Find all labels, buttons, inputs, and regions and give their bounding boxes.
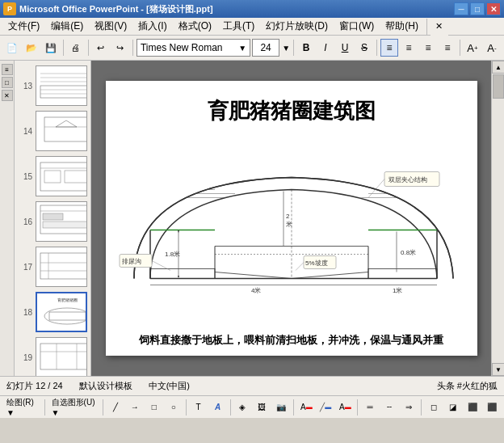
slide-num-15: 15 xyxy=(18,172,32,181)
minimize-button[interactable]: ─ xyxy=(454,2,468,15)
fill-color-tool[interactable]: A▬ xyxy=(297,399,315,416)
draw-menu-button[interactable]: 绘图(R) ▼ xyxy=(3,399,41,416)
align-left-draw[interactable]: ⬛ xyxy=(464,399,481,416)
panel-toggle-btn-2[interactable]: □ xyxy=(2,77,13,88)
menu-slideshow[interactable]: 幻灯片放映(D) xyxy=(261,18,333,35)
align-center-button[interactable]: ≡ xyxy=(400,39,418,57)
sep5 xyxy=(376,40,377,56)
wordart-tool[interactable]: A xyxy=(209,399,227,416)
status-language: 中文(中国) xyxy=(149,380,190,392)
insert-picture-tool[interactable]: 📷 xyxy=(272,399,290,416)
menu-tools[interactable]: 工具(T) xyxy=(218,18,259,35)
decrease-font-button[interactable]: A- xyxy=(483,39,501,57)
open-button[interactable]: 📂 xyxy=(23,39,40,57)
draw-sep2 xyxy=(103,399,103,416)
font-name-dropdown-icon[interactable]: ▼ xyxy=(238,44,246,53)
sep2 xyxy=(88,40,89,56)
menu-bar: 文件(F) 编辑(E) 视图(V) 插入(I) 格式(O) 工具(T) 幻灯片放… xyxy=(0,18,504,36)
panel-toggle-btn-1[interactable]: ≡ xyxy=(2,64,13,75)
title-bar-buttons[interactable]: ─ □ ✕ xyxy=(454,2,501,15)
menu-view[interactable]: 视图(V) xyxy=(90,18,132,35)
slide-thumb-16[interactable]: 16 xyxy=(16,200,89,243)
title-bar-text: Microsoft Office PowerPoint - [猪场设计图.ppt… xyxy=(19,3,213,15)
insert-diagram-tool[interactable]: ◈ xyxy=(233,399,251,416)
slide-num-14: 14 xyxy=(18,127,32,136)
3d-tool[interactable]: ◪ xyxy=(444,399,462,416)
align-right-draw[interactable]: ⬛ xyxy=(483,399,501,416)
font-size-value: 24 xyxy=(260,42,271,53)
thumb-svg-19 xyxy=(36,337,86,376)
svg-rect-19 xyxy=(43,213,63,220)
slide-thumb-17[interactable]: 17 xyxy=(16,245,89,289)
slide-thumb-14[interactable]: 14 xyxy=(16,109,89,153)
svg-text:1米: 1米 xyxy=(393,287,402,294)
redo-button[interactable]: ↪ xyxy=(111,39,129,57)
slide-img-16[interactable] xyxy=(36,201,87,242)
slide-thumb-19[interactable]: 19 xyxy=(16,335,89,376)
status-slide-info: 幻灯片 12 / 24 xyxy=(6,380,63,392)
maximize-button[interactable]: □ xyxy=(470,2,485,15)
slide-img-17[interactable] xyxy=(36,247,87,287)
draw-sep3 xyxy=(186,399,187,416)
clipart-tool[interactable]: 🖼 xyxy=(253,399,271,416)
close-button[interactable]: ✕ xyxy=(486,2,501,15)
print-button[interactable]: 🖨 xyxy=(67,39,85,57)
arrow-tool[interactable]: → xyxy=(126,399,144,416)
font-color-tool[interactable]: A▬ xyxy=(336,399,354,416)
font-size-box[interactable]: 24 xyxy=(252,39,279,57)
increase-font-button[interactable]: A+ xyxy=(464,39,481,57)
arrow-style-tool[interactable]: ⇒ xyxy=(400,399,418,416)
slide-img-18[interactable]: 育肥猪猪圈 xyxy=(36,292,87,332)
slide-img-19[interactable] xyxy=(36,337,87,376)
scroll-up-button[interactable]: ▲ xyxy=(492,61,504,74)
svg-rect-56 xyxy=(368,269,437,279)
menu-edit[interactable]: 编辑(E) xyxy=(46,18,88,35)
panel-toggle-btn-3[interactable]: ✕ xyxy=(2,90,13,101)
slide-num-19: 19 xyxy=(18,353,32,362)
bold-button[interactable]: B xyxy=(297,39,315,57)
slide-img-13[interactable] xyxy=(36,65,87,106)
menu-format[interactable]: 格式(O) xyxy=(174,18,216,35)
scroll-down-button[interactable]: ▼ xyxy=(492,363,504,376)
right-scrollbar: ▲ ▼ xyxy=(491,61,504,376)
slide-thumb-18[interactable]: 18 育肥猪猪圈 xyxy=(16,290,89,334)
italic-button[interactable]: I xyxy=(317,39,334,57)
slide-thumb-13[interactable]: 13 xyxy=(16,64,89,108)
dash-style-tool[interactable]: ╌ xyxy=(380,399,398,416)
shadow-tool[interactable]: ◻ xyxy=(425,399,443,416)
ellipse-tool[interactable]: ○ xyxy=(165,399,183,416)
menu-window[interactable]: 窗口(W) xyxy=(334,18,379,35)
scroll-thumb[interactable] xyxy=(493,74,504,99)
font-size-dropdown-icon[interactable]: ▼ xyxy=(282,44,290,53)
thumb-svg-18: 育肥猪猪圈 xyxy=(37,292,86,332)
slide-img-14[interactable] xyxy=(36,111,87,151)
align-left-button[interactable]: ≡ xyxy=(380,39,398,57)
justify-button[interactable]: ≡ xyxy=(439,39,456,57)
menu-help[interactable]: 帮助(H) xyxy=(380,18,423,35)
close-doc-button[interactable]: ✕ xyxy=(430,18,448,36)
slide-img-15[interactable] xyxy=(36,156,87,196)
underline-button[interactable]: U xyxy=(336,39,354,57)
draw-sep6 xyxy=(357,399,358,416)
textbox-tool[interactable]: T xyxy=(190,399,208,416)
line-color-tool[interactable]: ╱▬ xyxy=(317,399,334,416)
menu-insert[interactable]: 插入(I) xyxy=(133,18,171,35)
app-icon: P xyxy=(3,2,16,15)
svg-text:1.8米: 1.8米 xyxy=(165,251,180,258)
thumb-svg-14 xyxy=(36,111,86,151)
rect-tool[interactable]: □ xyxy=(145,399,163,416)
save-button[interactable]: 💾 xyxy=(42,39,60,57)
strikethrough-button[interactable]: S xyxy=(355,39,373,57)
line-style-tool[interactable]: ═ xyxy=(361,399,379,416)
menu-file[interactable]: 文件(F) xyxy=(3,18,44,35)
template-name: 默认设计模板 xyxy=(79,380,132,392)
line-tool[interactable]: ╱ xyxy=(107,399,124,416)
align-right-button[interactable]: ≡ xyxy=(419,39,437,57)
font-name-box[interactable]: Times New Roman ▼ xyxy=(136,39,250,57)
autoshapes-button[interactable]: 自选图形(U) ▼ xyxy=(48,399,99,416)
new-button[interactable]: 📄 xyxy=(3,39,21,57)
slide-thumb-15[interactable]: 15 xyxy=(16,154,89,198)
slide-num-16: 16 xyxy=(18,217,32,226)
slide-area: 育肥猪猪圈建筑图 xyxy=(91,61,491,376)
undo-button[interactable]: ↩ xyxy=(92,39,110,57)
